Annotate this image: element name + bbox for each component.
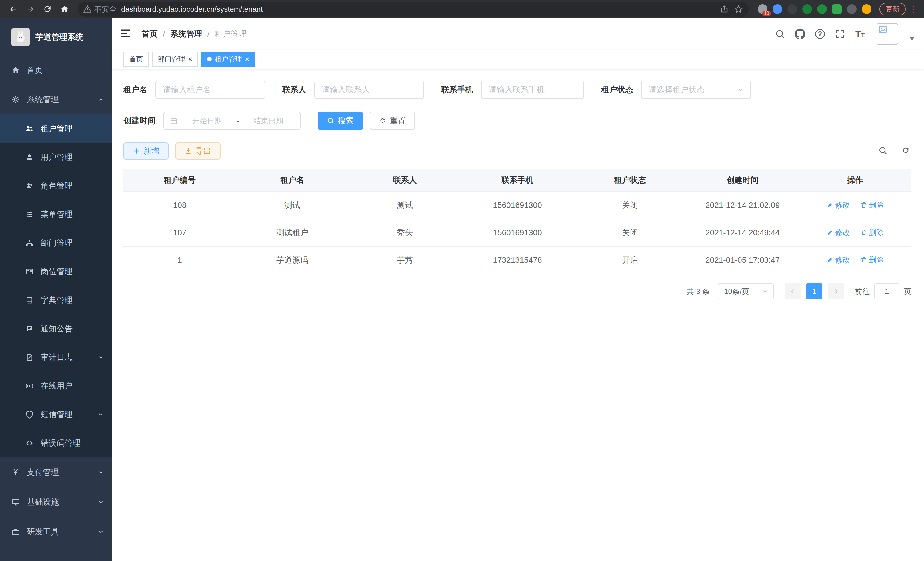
page-content: 租户名 联系人 联系手机 租户状态 请选择租户状态 <box>112 69 924 561</box>
sidebar-item-infrastructure[interactable]: 基础设施 <box>0 487 112 517</box>
page-number-1[interactable]: 1 <box>806 283 822 299</box>
extension-icon-2[interactable] <box>772 4 782 14</box>
yen-icon <box>11 468 20 477</box>
sidebar-item-menu[interactable]: 菜单管理 <box>0 200 112 229</box>
forward-icon <box>26 5 35 14</box>
url-text[interactable]: dashboard.yudao.iocoder.cn/system/tenant <box>121 5 720 14</box>
tab-close-icon[interactable]: × <box>245 56 249 63</box>
caret-down-icon[interactable] <box>909 37 915 40</box>
toggle-search-button[interactable] <box>878 146 889 156</box>
sidebar-item-label: 岗位管理 <box>40 266 104 277</box>
bookmark-star-icon[interactable] <box>734 5 743 14</box>
share-icon[interactable] <box>720 5 729 14</box>
edit-link[interactable]: 修改 <box>826 200 850 210</box>
tab-home[interactable]: 首页 <box>123 52 148 67</box>
edit-link[interactable]: 修改 <box>826 255 850 265</box>
edit-link[interactable]: 修改 <box>826 228 850 238</box>
search-button[interactable]: 搜索 <box>318 111 363 130</box>
security-chip[interactable]: 不安全 <box>83 4 117 14</box>
extension-icon-7[interactable] <box>847 4 856 14</box>
sidebar-item-post[interactable]: 岗位管理 <box>0 257 112 286</box>
browser-home-button[interactable] <box>57 2 72 17</box>
cell-phone: 15601691300 <box>461 192 574 219</box>
sidebar-item-notice[interactable]: 通知公告 <box>0 314 112 343</box>
sidebar-collapse-button[interactable] <box>120 28 133 40</box>
export-button[interactable]: 导出 <box>176 142 220 159</box>
sidebar-item-tenant[interactable]: 租户管理 <box>0 114 112 143</box>
delete-link[interactable]: 删除 <box>860 255 884 265</box>
delete-link[interactable]: 删除 <box>860 200 884 210</box>
screen: 不安全 dashboard.yudao.iocoder.cn/system/te… <box>0 0 924 561</box>
breadcrumb-section[interactable]: 系统管理 <box>170 29 202 39</box>
github-button[interactable] <box>794 28 806 40</box>
filter-row-1: 租户名 联系人 联系手机 租户状态 请选择租户状态 <box>123 81 911 99</box>
sidebar-item-role[interactable]: 角色管理 <box>0 171 112 200</box>
sidebar-item-label: 审计日志 <box>40 352 91 363</box>
extension-icon-5[interactable] <box>817 4 827 14</box>
help-button[interactable]: ? <box>814 28 826 40</box>
header-search-button[interactable] <box>774 28 786 40</box>
hamburger-icon <box>120 28 131 39</box>
browser-reload-button[interactable] <box>40 2 55 17</box>
tenant-name-input[interactable] <box>155 81 265 99</box>
extension-icon-6[interactable] <box>832 4 842 14</box>
col-tenant-name: 租户名 <box>236 169 349 192</box>
extension-icon-1[interactable]: 10 <box>758 4 767 14</box>
plus-icon <box>133 147 140 155</box>
audit-doc-icon <box>25 353 34 362</box>
extension-icon-3[interactable] <box>788 4 797 14</box>
sidebar-item-label: 支付管理 <box>27 467 91 478</box>
next-page-button[interactable] <box>828 283 844 299</box>
security-label: 不安全 <box>94 4 117 14</box>
refresh-table-button[interactable] <box>901 146 911 156</box>
address-bar[interactable]: 不安全 dashboard.yudao.iocoder.cn/system/te… <box>78 2 748 17</box>
sidebar-item-user[interactable]: 用户管理 <box>0 143 112 171</box>
sidebar-item-error-code[interactable]: 错误码管理 <box>0 429 112 457</box>
chrome-update-button[interactable]: 更新 <box>879 3 906 15</box>
add-button[interactable]: 新增 <box>123 142 169 159</box>
date-range-picker[interactable]: 开始日期 - 结束日期 <box>164 111 301 130</box>
pencil-icon <box>826 229 833 236</box>
reset-button[interactable]: 重置 <box>370 111 415 130</box>
omnibox-actions <box>720 5 743 14</box>
col-tenant-id: 租户编号 <box>123 169 236 192</box>
tab-tenant[interactable]: 租户管理 × <box>201 52 255 67</box>
cell-status: 开启 <box>574 247 686 274</box>
breadcrumb-home[interactable]: 首页 <box>142 29 158 39</box>
org-tree-icon <box>25 239 34 247</box>
browser-menu-button[interactable]: ⋮ <box>909 5 917 14</box>
delete-label: 删除 <box>869 228 884 238</box>
extension-icon-4[interactable] <box>802 4 812 14</box>
cell-phone: 17321315478 <box>461 247 574 274</box>
sidebar-item-online-users[interactable]: 在线用户 <box>0 372 112 400</box>
sidebar-item-home[interactable]: 首页 <box>0 56 112 85</box>
question-icon: ? <box>815 29 825 39</box>
phone-input[interactable] <box>481 81 584 99</box>
sidebar-item-system[interactable]: 系统管理 <box>0 85 112 114</box>
tab-dept[interactable]: 部门管理 × <box>152 52 198 67</box>
sidebar-item-sms[interactable]: 短信管理 <box>0 400 112 429</box>
user-avatar[interactable] <box>877 23 898 45</box>
cell-status: 关闭 <box>574 192 686 219</box>
sidebar-item-dept[interactable]: 部门管理 <box>0 229 112 257</box>
sidebar-item-dict[interactable]: 字典管理 <box>0 286 112 314</box>
pencil-icon <box>826 256 833 263</box>
sidebar-item-payment[interactable]: 支付管理 <box>0 457 112 487</box>
sidebar-item-dev-tools[interactable]: 研发工具 <box>0 517 112 547</box>
font-size-button[interactable]: TT <box>854 28 866 40</box>
prev-page-button[interactable] <box>784 283 801 299</box>
page-size-select[interactable]: 10条/页 <box>718 283 774 299</box>
browser-back-button[interactable] <box>6 2 21 17</box>
tab-close-icon[interactable]: × <box>188 56 192 63</box>
delete-link[interactable]: 删除 <box>860 228 884 238</box>
cell-contact: 秃头 <box>349 219 461 247</box>
contact-input[interactable] <box>314 81 424 99</box>
col-phone: 联系手机 <box>461 169 574 192</box>
goto-page-input[interactable] <box>874 283 899 299</box>
status-select[interactable]: 请选择租户状态 <box>641 81 751 99</box>
fullscreen-button[interactable] <box>834 28 846 40</box>
profile-avatar-icon[interactable] <box>862 4 872 14</box>
filter-status: 租户状态 请选择租户状态 <box>601 81 751 99</box>
browser-forward-button[interactable] <box>23 2 38 17</box>
sidebar-item-audit-log[interactable]: 审计日志 <box>0 343 112 372</box>
